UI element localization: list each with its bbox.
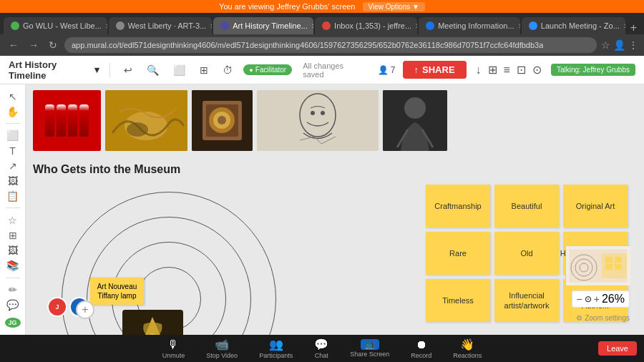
record-label: Record [411,352,431,359]
circle-sticky-note[interactable]: Art Nouveau Tiffany lamp [90,278,144,305]
share-screen-control[interactable]: 📺 Share Screen [350,339,389,358]
tab-label: Launch Meeting - Zo... [541,21,620,30]
tab-favicon [11,21,19,30]
outline-button[interactable]: ⊡ [514,61,528,79]
images-row [33,90,447,151]
menu-button[interactable]: ⋮ [628,39,638,51]
sidebar-hand-button[interactable]: ✋ [3,105,23,117]
record-icon: ⏺ [416,338,427,351]
sidebar-cursor-button[interactable]: ↖ [3,90,23,102]
sidebar-draw-button[interactable]: ✏ [3,283,23,295]
sidebar-star-button[interactable]: ☆ [3,214,23,226]
unmute-control[interactable]: 🎙 Unmute [162,338,185,359]
sticky-old[interactable]: Old [494,232,559,275]
timer-button[interactable]: ⏱ [219,62,236,78]
view-options-button[interactable]: View Options ▼ [363,2,425,11]
chat-control[interactable]: 💬 Chat [314,338,328,359]
share-button[interactable]: ↑ SHARE [403,61,467,79]
record-control[interactable]: ⏺ Record [411,338,431,359]
sticky-craftmanship[interactable]: Craftmanship [426,185,490,228]
participants-control[interactable]: 👥 Participants [259,338,293,359]
canvas-area[interactable]: Who Gets into the Museum Art Nouveau Tif… [26,84,644,335]
sidebar-image-button[interactable]: 🖼 [3,175,23,187]
tab-favicon [426,21,434,30]
sticky-original-art[interactable]: Original Art [563,185,628,228]
sidebar-gallery-button[interactable]: 🖼 [3,244,23,256]
sidebar-comment-button[interactable]: 💬 [3,298,23,310]
sticky-timeless[interactable]: Timeless [426,279,490,322]
video-bar: 🎙 Unmute 📹 Stop Video 👥 Participants 💬 C… [0,335,644,362]
search-button[interactable]: 🔍 [143,62,162,78]
tab-close-icon[interactable]: ✕ [518,22,520,30]
tab-close-icon[interactable]: ✕ [105,22,107,30]
list-view-button[interactable]: ≡ [502,61,512,79]
participants-number: 7 [391,65,396,75]
sidebar-sticky-button[interactable]: ⬜ [3,129,23,142]
grid-view-button[interactable]: ⊞ [486,61,499,79]
sticky-influential[interactable]: Influencial artist/artwork [494,279,559,322]
sidebar-book-button[interactable]: 📚 [3,259,23,271]
svg-rect-22 [605,257,613,263]
tab-go-wlu[interactable]: Go WLU - West Libe... ✕ [4,17,107,34]
address-bar: ← → ↻ app.mural.co/t/edl571designthinkin… [0,34,644,56]
url-bar[interactable]: app.mural.co/t/edl571designthinking4606/… [64,37,597,53]
svg-rect-24 [605,264,613,270]
facilitator-label: Facilitator [255,66,286,74]
minimap [565,245,630,285]
zoom-settings[interactable]: ⚙ Zoom settings [576,314,630,322]
reactions-control[interactable]: 👋 Reactions [453,338,482,359]
tab-favicon [116,21,125,30]
tab-favicon [220,21,229,30]
back-button[interactable]: ← [6,38,21,52]
profile-button[interactable]: 👤 [613,39,625,51]
more-button[interactable]: ⊙ [530,61,544,79]
upload-icon: ↑ [414,64,419,75]
user-avatar: JG [4,316,22,328]
sidebar-apps-button[interactable]: ⊞ [3,229,23,241]
talking-badge: Talking: Jeffrey Grubbs [551,64,635,76]
dropdown-arrow-icon[interactable]: ▾ [94,64,99,75]
forward-button[interactable]: → [26,38,42,52]
leave-button[interactable]: Leave [598,341,637,356]
new-tab-button[interactable]: + [627,21,640,34]
vangogh-image [105,90,187,151]
svg-point-2 [127,122,148,137]
sidebar-shape-button[interactable]: ↗ [3,160,23,172]
tab-close-icon[interactable]: ✕ [210,22,212,30]
sketch-image [257,90,379,151]
tab-art-history[interactable]: Art History Timeline... ✕ [213,17,313,34]
tab-favicon [529,21,537,30]
zoom-controls: − ⊙ + 26% [572,290,630,308]
download-button[interactable]: ↓ [474,61,484,79]
add-participant-button[interactable]: + [76,300,94,319]
bookmark-button[interactable]: ☆ [601,39,610,51]
stop-video-control[interactable]: 📹 Stop Video [206,338,238,359]
left-sidebar: ↖ ✋ ⬜ T ↗ 🖼 📋 ☆ ⊞ 🖼 📚 ✏ 💬 JG [0,84,26,335]
person-image [383,90,447,151]
tab-label: West Liberty · ART-3... [128,21,207,30]
svg-point-11 [311,111,315,115]
tab-west-liberty[interactable]: West Liberty · ART-3... ✕ [109,17,213,34]
undo-button[interactable]: ↩ [120,62,136,78]
view-button[interactable]: ⊞ [196,62,212,78]
sidebar-separator [6,123,20,124]
sidebar-text-button[interactable]: T [3,145,23,157]
sidebar-template-button[interactable]: 📋 [3,190,23,202]
tab-launch-meeting[interactable]: Launch Meeting - Zo... ✕ [522,17,625,34]
tab-bar: Go WLU - West Libe... ✕ West Liberty · A… [0,13,644,34]
sticky-beautiful[interactable]: Beautiful [494,185,559,228]
book-image [192,90,253,151]
zoom-out-button[interactable]: − [577,293,582,305]
gear-icon: ⚙ [576,314,582,322]
reload-button[interactable]: ↻ [46,38,60,52]
tab-close-icon[interactable]: ✕ [311,22,313,30]
frame-button[interactable]: ⬜ [170,62,189,78]
tab-inbox[interactable]: Inbox (1,353) - jeffre... ✕ [315,17,417,34]
tab-meeting-info[interactable]: Meeting Information... ✕ [419,17,520,34]
zoom-in-button[interactable]: + [594,293,600,305]
tab-close-icon[interactable]: ✕ [623,22,625,30]
sticky-rare[interactable]: Rare [426,232,490,275]
facilitator-badge: ● Facilitator [243,64,292,75]
app-toolbar: Art History Timeline ▾ ↩ 🔍 ⬜ ⊞ ⏱ ● Facil… [0,56,644,84]
tab-close-icon[interactable]: ✕ [415,22,417,30]
